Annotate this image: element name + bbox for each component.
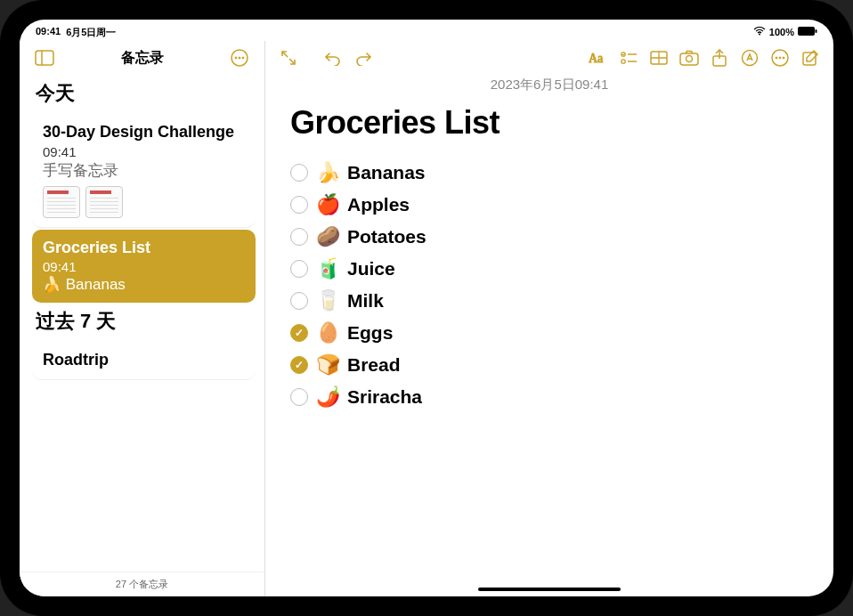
notes-section-header: 今天 — [36, 80, 256, 107]
checkbox-unchecked-icon[interactable] — [290, 260, 308, 278]
item-emoji: 🍎 — [315, 193, 340, 216]
note-item-preview: 手写备忘录 — [43, 160, 245, 181]
checkbox-unchecked-icon[interactable] — [290, 196, 308, 214]
svg-point-23 — [743, 51, 758, 66]
checklist-item[interactable]: 🥔Potatoes — [290, 225, 808, 248]
checkbox-checked-icon[interactable] — [290, 356, 308, 374]
svg-text:Aa: Aa — [589, 52, 604, 65]
share-button[interactable] — [707, 45, 732, 70]
sidebar-title: 备忘录 — [121, 49, 164, 68]
note-item-title: Groceries List — [43, 239, 245, 258]
item-emoji: 🥛 — [315, 289, 340, 312]
item-emoji: 🌶️ — [315, 385, 340, 409]
svg-point-7 — [239, 57, 240, 59]
svg-rect-1 — [798, 27, 815, 36]
item-label: Bananas — [347, 162, 426, 183]
sidebar-toolbar: 备忘录 — [20, 41, 264, 75]
editor-pane: ••• Aa — [265, 41, 833, 596]
svg-point-6 — [235, 57, 237, 59]
checkbox-unchecked-icon[interactable] — [290, 388, 308, 406]
item-emoji: 🥚 — [315, 321, 340, 344]
svg-rect-2 — [816, 29, 817, 33]
checklist-item[interactable]: 🥚Eggs — [290, 321, 808, 344]
camera-button[interactable] — [677, 45, 702, 70]
note-list-item[interactable]: 30-Day Design Challenge09:41手写备忘录 — [32, 114, 256, 228]
note-item-title: Roadtrip — [43, 351, 245, 370]
svg-line-10 — [289, 59, 295, 64]
item-emoji: 🍞 — [315, 353, 340, 377]
note-thumbnails — [43, 186, 245, 218]
checkbox-checked-icon[interactable] — [290, 324, 308, 342]
notes-list[interactable]: 今天30-Day Design Challenge09:41手写备忘录Groce… — [20, 75, 264, 571]
wifi-icon — [753, 27, 766, 37]
svg-point-0 — [759, 34, 760, 36]
battery-icon — [798, 27, 817, 37]
screen: 09:41 6月5日周一 100% 备忘录 — [20, 20, 833, 596]
checkbox-unchecked-icon[interactable] — [290, 164, 308, 182]
status-bar: 09:41 6月5日周一 100% — [20, 23, 833, 41]
item-label: Sriracha — [347, 386, 422, 408]
checklist[interactable]: 🍌Bananas🍎Apples🥔Potatoes🧃Juice🥛Milk🥚Eggs… — [290, 161, 808, 409]
item-emoji: 🍌 — [315, 161, 340, 184]
note-item-title: 30-Day Design Challenge — [43, 123, 245, 142]
svg-point-20 — [686, 56, 693, 62]
text-format-button[interactable]: Aa — [586, 45, 611, 70]
checklist-item[interactable]: 🌶️Sriracha — [290, 385, 808, 409]
note-date: 2023年6月5日09:41 — [265, 77, 833, 93]
editor-toolbar: Aa — [265, 41, 833, 75]
svg-point-26 — [776, 57, 777, 59]
checklist-item[interactable]: 🍎Apples — [290, 193, 808, 216]
thumbnail — [43, 186, 80, 218]
checklist-item[interactable]: 🍞Bread — [290, 353, 808, 377]
expand-button[interactable] — [276, 45, 301, 70]
item-label: Eggs — [347, 322, 393, 344]
checklist-item[interactable]: 🥛Milk — [290, 289, 808, 312]
item-label: Juice — [347, 258, 395, 280]
svg-rect-3 — [36, 51, 53, 65]
note-list-item[interactable]: Roadtrip — [32, 342, 256, 380]
sidebar: 备忘录 今天30-Day Design Challenge09:41手写备忘录G… — [20, 41, 265, 596]
editor-more-button[interactable] — [768, 45, 792, 70]
checklist-item[interactable]: 🧃Juice — [290, 257, 808, 280]
item-emoji: 🥔 — [315, 225, 340, 248]
status-time: 09:41 — [36, 26, 61, 39]
table-button[interactable] — [646, 45, 671, 70]
editor-content[interactable]: Groceries List 🍌Bananas🍎Apples🥔Potatoes🧃… — [265, 93, 833, 596]
svg-point-14 — [621, 60, 625, 63]
svg-point-8 — [242, 57, 244, 59]
home-indicator[interactable] — [478, 588, 621, 591]
note-title[interactable]: Groceries List — [290, 104, 808, 142]
sidebar-footer: 27 个备忘录 — [20, 571, 264, 596]
svg-point-27 — [779, 57, 781, 59]
checklist-item[interactable]: 🍌Bananas — [290, 161, 808, 184]
svg-line-9 — [282, 52, 288, 57]
redo-button[interactable] — [351, 45, 376, 70]
markup-button[interactable] — [737, 45, 762, 70]
battery-percent: 100% — [769, 27, 794, 37]
thumbnail — [85, 186, 123, 218]
compose-button[interactable] — [798, 45, 823, 70]
note-item-time: 09:41 — [43, 259, 245, 274]
note-item-preview: 🍌 Bananas — [43, 275, 245, 294]
svg-point-28 — [783, 57, 784, 59]
sidebar-more-button[interactable] — [227, 45, 252, 70]
item-emoji: 🧃 — [315, 257, 340, 280]
checklist-button[interactable] — [616, 45, 641, 70]
ipad-frame: 09:41 6月5日周一 100% 备忘录 — [0, 0, 853, 616]
checkbox-unchecked-icon[interactable] — [290, 292, 308, 310]
app-body: 备忘录 今天30-Day Design Challenge09:41手写备忘录G… — [20, 41, 833, 596]
notes-section-header: 过去 7 天 — [36, 308, 256, 335]
note-item-time: 09:41 — [43, 144, 245, 159]
item-label: Milk — [347, 290, 384, 312]
item-label: Apples — [347, 194, 410, 215]
sidebar-toggle-button[interactable] — [32, 45, 57, 70]
item-label: Potatoes — [347, 226, 426, 247]
undo-button[interactable] — [321, 45, 345, 70]
status-date: 6月5日周一 — [66, 26, 116, 39]
item-label: Bread — [347, 354, 401, 376]
note-list-item[interactable]: Groceries List09:41🍌 Bananas — [32, 230, 256, 304]
checkbox-unchecked-icon[interactable] — [290, 228, 308, 246]
